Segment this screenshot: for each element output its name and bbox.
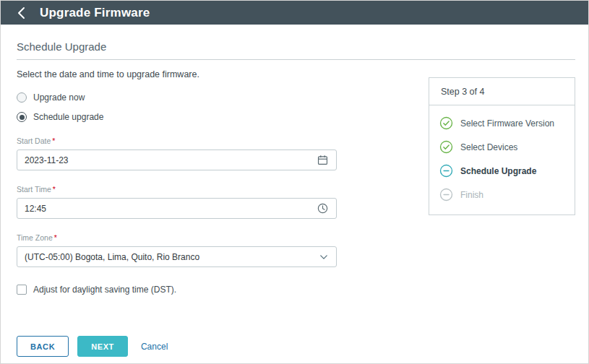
chevron-down-icon[interactable] — [319, 252, 329, 262]
time-zone-label: Time Zone* — [17, 233, 337, 242]
cancel-link[interactable]: Cancel — [141, 342, 168, 352]
section-title: Schedule Upgrade — [17, 40, 575, 60]
step-label: Schedule Upgrade — [460, 165, 536, 177]
radio-circle-icon[interactable] — [17, 92, 27, 103]
back-button[interactable]: BACK — [17, 336, 69, 357]
instruction-text: Select the date and time to upgrade firm… — [17, 69, 337, 79]
start-date-label: Start Date* — [17, 136, 337, 145]
required-asterisk: * — [54, 233, 57, 242]
step-finish: Finish — [439, 188, 564, 202]
start-time-group: Start Time* 12:45 — [17, 185, 337, 219]
start-date-value: 2023-11-23 — [25, 155, 69, 165]
page-title: Upgrade Firmware — [40, 6, 150, 20]
required-asterisk: * — [53, 185, 56, 194]
check-circle-icon — [439, 116, 453, 130]
dash-circle-icon — [439, 164, 453, 178]
radio-upgrade-now[interactable]: Upgrade now — [17, 92, 337, 103]
label-text: Start Date — [17, 136, 51, 145]
time-zone-group: Time Zone* (UTC-05:00) Bogota, Lima, Qui… — [17, 233, 337, 267]
stepper-title: Step 3 of 4 — [429, 78, 575, 105]
start-date-group: Start Date* 2023-11-23 — [17, 136, 337, 170]
label-text: Time Zone — [17, 233, 53, 242]
clock-icon[interactable] — [317, 202, 329, 214]
footer-actions: BACK NEXT Cancel — [17, 336, 168, 357]
dash-circle-icon — [439, 188, 453, 202]
step-select-devices: Select Devices — [439, 141, 564, 154]
required-asterisk: * — [52, 136, 55, 145]
step-label: Finish — [460, 188, 483, 201]
time-zone-value: (UTC-05:00) Bogota, Lima, Quito, Rio Bra… — [25, 252, 199, 262]
stepper-list: Select Firmware Version Select Devices S… — [429, 105, 575, 214]
dst-checkbox-row[interactable]: Adjust for daylight saving time (DST). — [17, 285, 337, 295]
radio-schedule-upgrade[interactable]: Schedule upgrade — [17, 112, 337, 122]
stepper-panel: Step 3 of 4 Select Firmware Version Sele… — [429, 77, 575, 215]
calendar-icon[interactable] — [317, 154, 329, 166]
label-text: Start Time — [17, 185, 51, 194]
radio-label: Upgrade now — [33, 92, 85, 103]
start-time-input[interactable]: 12:45 — [17, 198, 337, 219]
step-select-firmware-version: Select Firmware Version — [439, 117, 564, 130]
time-zone-select[interactable]: (UTC-05:00) Bogota, Lima, Quito, Rio Bra… — [17, 246, 337, 267]
start-time-value: 12:45 — [25, 204, 46, 214]
back-chevron-icon[interactable] — [12, 4, 30, 22]
check-circle-icon — [439, 140, 453, 154]
next-button[interactable]: NEXT — [77, 336, 128, 357]
page-header: Upgrade Firmware — [1, 1, 588, 25]
dst-checkbox-label: Adjust for daylight saving time (DST). — [33, 285, 176, 295]
step-schedule-upgrade: Schedule Upgrade — [439, 165, 564, 178]
start-date-input[interactable]: 2023-11-23 — [17, 150, 337, 170]
step-label: Select Firmware Version — [460, 117, 554, 129]
schedule-upgrade-form: Select the date and time to upgrade firm… — [17, 69, 337, 295]
upgrade-firmware-screen: Upgrade Firmware Schedule Upgrade Select… — [0, 0, 589, 364]
radio-label: Schedule upgrade — [33, 112, 103, 122]
start-time-label: Start Time* — [17, 185, 337, 194]
step-label: Select Devices — [460, 141, 517, 153]
radio-circle-selected-icon[interactable] — [17, 112, 27, 122]
checkbox-icon[interactable] — [17, 285, 27, 295]
